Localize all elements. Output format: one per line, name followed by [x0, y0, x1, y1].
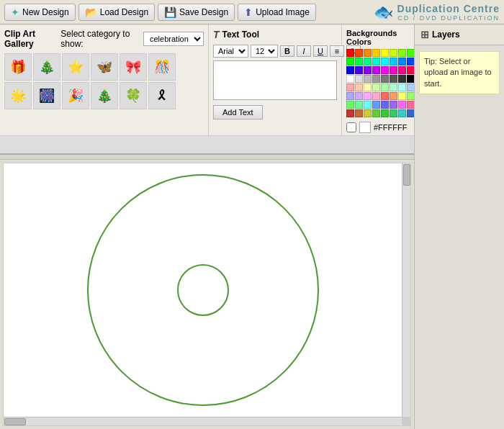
workspace-area [0, 155, 414, 429]
category-select[interactable]: celebration animals flowers sports music [143, 32, 204, 46]
cd-canvas [4, 163, 402, 417]
underline-button[interactable]: U [313, 45, 328, 57]
clip-art-thumb[interactable]: 🎆 [33, 82, 60, 109]
color-cell[interactable] [398, 109, 406, 117]
color-cell[interactable] [372, 101, 380, 109]
color-cell[interactable] [398, 75, 406, 83]
color-cell[interactable] [381, 101, 389, 109]
color-cell[interactable] [355, 92, 363, 100]
main-area: Clip Art Gallery Select category to show… [0, 24, 504, 429]
color-cell[interactable] [355, 66, 363, 74]
text-tool-header: T Text Tool [213, 29, 337, 40]
color-cell[interactable] [355, 58, 363, 66]
color-cell[interactable] [381, 109, 389, 117]
color-cell[interactable] [390, 66, 397, 74]
color-cell[interactable] [346, 49, 354, 57]
color-cell[interactable] [372, 75, 380, 83]
add-text-button[interactable]: Add Text [213, 105, 263, 119]
clip-art-thumb[interactable]: 🎉 [62, 82, 89, 109]
save-design-button[interactable]: 💾 Save Design [158, 4, 235, 21]
color-cell[interactable] [390, 101, 397, 109]
color-cell[interactable] [355, 101, 363, 109]
color-cell[interactable] [381, 75, 389, 83]
color-cell[interactable] [355, 109, 363, 117]
clip-art-thumb[interactable]: 🎁 [4, 53, 32, 81]
color-cell[interactable] [355, 49, 363, 57]
upload-image-button[interactable]: ⬆ Upload Image [238, 4, 316, 21]
color-cell[interactable] [364, 49, 372, 57]
color-cell[interactable] [372, 109, 380, 117]
color-cell[interactable] [355, 75, 363, 83]
clip-art-thumb[interactable]: 🦋 [91, 53, 118, 81]
font-select[interactable]: Arial [213, 45, 248, 58]
clip-art-thumb[interactable]: 🎄 [33, 53, 60, 81]
color-cell[interactable] [381, 92, 389, 100]
color-cell[interactable] [398, 49, 406, 57]
color-cell[interactable] [346, 66, 354, 74]
load-design-label: Load Design [100, 7, 148, 17]
color-cell[interactable] [346, 58, 354, 66]
load-design-button[interactable]: 📂 Load Design [78, 4, 155, 21]
cd-svg [84, 171, 322, 409]
bold-button[interactable]: B [280, 45, 294, 57]
scroll-thumb-horizontal[interactable] [4, 418, 26, 425]
logo-fish-icon: 🐟 [374, 3, 393, 22]
size-select[interactable]: 12pt [251, 45, 278, 58]
color-cell[interactable] [372, 83, 380, 91]
color-cell[interactable] [372, 49, 380, 57]
color-cell[interactable] [364, 66, 372, 74]
new-design-button[interactable]: ✦ New Design [4, 4, 76, 21]
color-preview-box[interactable] [359, 122, 371, 133]
new-design-label: New Design [22, 7, 69, 17]
color-cell[interactable] [364, 75, 372, 83]
color-cell[interactable] [390, 92, 397, 100]
color-cell[interactable] [398, 83, 406, 91]
color-cell[interactable] [381, 58, 389, 66]
clip-art-thumb[interactable]: 🎄 [91, 82, 118, 109]
color-cell[interactable] [364, 83, 372, 91]
color-cell[interactable] [390, 58, 397, 66]
scroll-vertical[interactable] [402, 163, 410, 417]
clip-art-thumb[interactable]: ⭐ [62, 53, 89, 81]
color-cell[interactable] [390, 49, 397, 57]
color-cell[interactable] [364, 92, 372, 100]
color-cell[interactable] [390, 75, 397, 83]
color-cell[interactable] [381, 49, 389, 57]
italic-button[interactable]: I [297, 45, 311, 57]
clip-art-thumb[interactable]: 🎗 [148, 82, 176, 109]
color-grid [346, 49, 410, 117]
color-cell[interactable] [346, 75, 354, 83]
color-cell[interactable] [372, 58, 380, 66]
color-cell[interactable] [364, 58, 372, 66]
clip-art-thumb[interactable]: 🎀 [120, 53, 147, 81]
scroll-horizontal[interactable] [4, 417, 402, 425]
logo-title: Duplication Centre [397, 3, 500, 14]
clip-art-grid: 🎁🎄⭐🦋🎀🎊🌟🎆🎉🎄🍀🎗 [4, 53, 204, 109]
color-cell[interactable] [346, 109, 354, 117]
color-cell[interactable] [381, 66, 389, 74]
color-cell[interactable] [390, 109, 397, 117]
clip-art-thumb[interactable]: 🎊 [148, 53, 176, 81]
clip-art-thumb[interactable]: 🌟 [4, 82, 32, 109]
color-cell[interactable] [372, 92, 380, 100]
color-cell[interactable] [346, 83, 354, 91]
color-cell[interactable] [398, 101, 406, 109]
color-cell[interactable] [381, 83, 389, 91]
color-checkbox[interactable] [346, 122, 356, 132]
color-cell[interactable] [364, 101, 372, 109]
scroll-thumb-vertical[interactable] [403, 164, 410, 186]
color-cell[interactable] [398, 92, 406, 100]
color-cell[interactable] [398, 58, 406, 66]
color-cell[interactable] [398, 66, 406, 74]
color-cell[interactable] [372, 66, 380, 74]
color-cell[interactable] [346, 101, 354, 109]
color-cell[interactable] [355, 83, 363, 91]
clip-art-thumb[interactable]: 🍀 [120, 82, 147, 109]
color-cell[interactable] [364, 109, 372, 117]
text-input[interactable] [213, 60, 337, 100]
color-cell[interactable] [346, 92, 354, 100]
color-cell[interactable] [390, 83, 397, 91]
toolbar: ✦ New Design 📂 Load Design 💾 Save Design… [0, 0, 504, 24]
logo-text: Duplication Centre CD / DVD DUPLICATION [397, 3, 500, 22]
logo-area: 🐟 Duplication Centre CD / DVD DUPLICATIO… [374, 3, 500, 22]
